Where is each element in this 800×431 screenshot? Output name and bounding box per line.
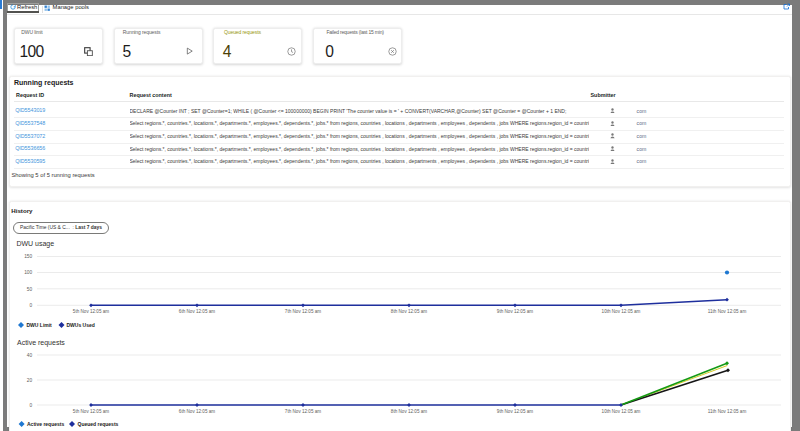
svg-text:5th Nov 12:05 am: 5th Nov 12:05 am — [73, 309, 109, 314]
svg-text:9th Nov 12:05 am: 9th Nov 12:05 am — [497, 409, 533, 414]
svg-text:5th Nov 12:05 am: 5th Nov 12:05 am — [73, 409, 109, 414]
svg-text:150: 150 — [24, 254, 32, 259]
svg-text:7th Nov 12:05 am: 7th Nov 12:05 am — [285, 409, 321, 414]
svg-text:50: 50 — [27, 287, 33, 292]
svg-text:DWUs Used: DWUs Used — [67, 322, 95, 328]
svg-text:10th Nov 12:05 am: 10th Nov 12:05 am — [602, 409, 641, 414]
svg-text:10th Nov 12:05 am: 10th Nov 12:05 am — [602, 309, 641, 314]
svg-text:40: 40 — [27, 353, 33, 358]
svg-text:11th Nov 12:05 am: 11th Nov 12:05 am — [708, 309, 747, 314]
svg-text:8th Nov 12:05 am: 8th Nov 12:05 am — [391, 409, 427, 414]
svg-text:100: 100 — [24, 270, 32, 275]
svg-text:0: 0 — [30, 403, 33, 408]
svg-text:DWU Limit: DWU Limit — [27, 322, 53, 328]
svg-text:11th Nov 12:05 am: 11th Nov 12:05 am — [708, 409, 747, 414]
svg-text:9th Nov 12:05 am: 9th Nov 12:05 am — [497, 309, 533, 314]
svg-text:0: 0 — [30, 303, 33, 308]
svg-text:Queued requests: Queued requests — [78, 421, 119, 427]
svg-text:6th Nov 12:05 am: 6th Nov 12:05 am — [179, 409, 215, 414]
svg-text:Active requests: Active requests — [27, 421, 64, 427]
svg-text:7th Nov 12:05 am: 7th Nov 12:05 am — [285, 309, 321, 314]
svg-text:8th Nov 12:05 am: 8th Nov 12:05 am — [391, 309, 427, 314]
svg-text:20: 20 — [27, 378, 33, 383]
svg-text:6th Nov 12:05 am: 6th Nov 12:05 am — [179, 309, 215, 314]
